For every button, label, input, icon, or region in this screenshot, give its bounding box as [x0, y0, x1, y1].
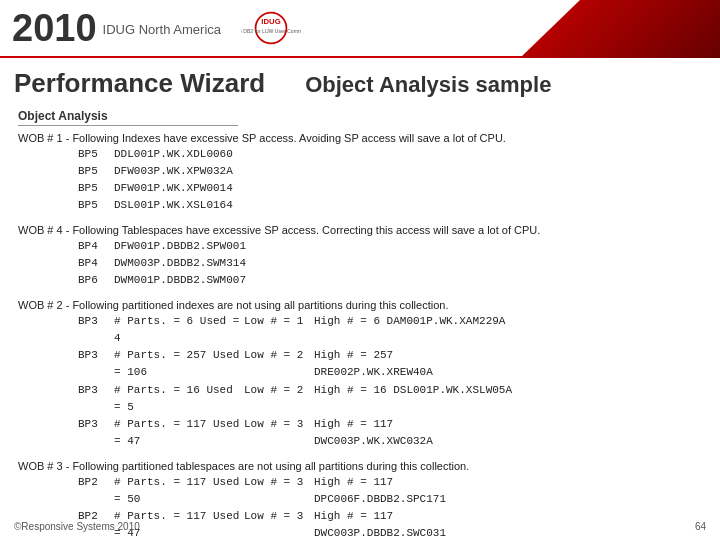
footer-page: 64 — [695, 521, 706, 532]
wob-block-4: WOB # 4 - Following Tablespaces have exc… — [18, 224, 702, 289]
wob3-title: WOB # 3 - Following partitioned tablespa… — [18, 460, 702, 472]
table-row: BP5 DFW001P.WK.XPW0014 — [78, 180, 702, 197]
idug-logo: IDUG In the DB2 for LUW User Community — [241, 8, 301, 48]
section-label: Object Analysis — [18, 109, 702, 123]
table-row: BP3 # Parts. = 117 Used = 47 Low # = 3 H… — [78, 416, 702, 450]
wob1-rows: BP5 DDL001P.WK.XDL0060 BP5 DFW003P.WK.XP… — [18, 146, 702, 214]
section-divider — [18, 125, 238, 126]
wob1-title: WOB # 1 - Following Indexes have excessi… — [18, 132, 702, 144]
svg-text:In the DB2 for LUW User Commun: In the DB2 for LUW User Community — [241, 28, 301, 34]
table-row: BP2 # Parts. = 117 Used = 50 Low # = 3 H… — [78, 474, 702, 508]
table-row: BP3 # Parts. = 6 Used = 4 Low # = 1 High… — [78, 313, 702, 347]
table-row: BP3 # Parts. = 257 Used = 106 Low # = 2 … — [78, 347, 702, 381]
header-year: 2010 — [12, 7, 97, 50]
page-footer: ©Responsive Systems 2010 64 — [14, 521, 706, 532]
wob-block-1: WOB # 1 - Following Indexes have excessi… — [18, 132, 702, 214]
table-row: BP5 DFW003P.WK.XPW032A — [78, 163, 702, 180]
footer-copyright: ©Responsive Systems 2010 — [14, 521, 140, 532]
wob-block-2: WOB # 2 - Following partitioned indexes … — [18, 299, 702, 449]
page-title-main: Performance Wizard — [14, 68, 265, 99]
page-title-sub: Object Analysis sample — [305, 72, 551, 98]
table-row: BP4 DFW001P.DBDB2.SPW001 — [78, 238, 702, 255]
wob2-rows: BP3 # Parts. = 6 Used = 4 Low # = 1 High… — [18, 313, 702, 449]
table-row: BP4 DWM003P.DBDB2.SWM314 — [78, 255, 702, 272]
table-row: BP5 DDL001P.WK.XDL0060 — [78, 146, 702, 163]
table-row: BP3 # Parts. = 16 Used = 5 Low # = 2 Hig… — [78, 382, 702, 416]
page-header: 2010 IDUG North America IDUG In the DB2 … — [0, 0, 720, 58]
wob2-title: WOB # 2 - Following partitioned indexes … — [18, 299, 702, 311]
table-row: BP5 DSL001P.WK.XSL0164 — [78, 197, 702, 214]
wob4-rows: BP4 DFW001P.DBDB2.SPW001 BP4 DWM003P.DBD… — [18, 238, 702, 289]
title-bar: Performance Wizard Object Analysis sampl… — [0, 58, 720, 105]
header-org: IDUG North America — [103, 22, 221, 38]
svg-text:IDUG: IDUG — [261, 17, 280, 26]
page-content: Object Analysis WOB # 1 - Following Inde… — [0, 105, 720, 540]
wob4-title: WOB # 4 - Following Tablespaces have exc… — [18, 224, 702, 236]
header-decoration — [520, 0, 720, 58]
table-row: BP6 DWM001P.DBDB2.SWM007 — [78, 272, 702, 289]
